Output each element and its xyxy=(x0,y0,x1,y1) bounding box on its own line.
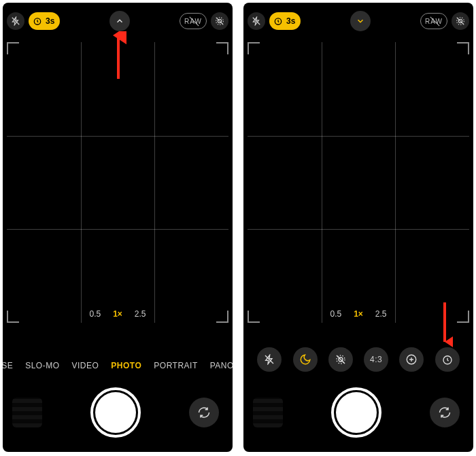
shutter-bar-right xyxy=(243,379,473,452)
timer-label: 3s xyxy=(286,16,295,26)
mode-item[interactable]: PANO xyxy=(210,361,233,370)
zoom-tele-button[interactable]: 2.5 xyxy=(375,309,387,319)
raw-toggle[interactable]: RAW xyxy=(420,13,447,29)
night-mode-button[interactable] xyxy=(293,347,318,372)
zoom-main-button[interactable]: 1× xyxy=(113,309,122,319)
aspect-label: 4:3 xyxy=(370,355,382,364)
frame-corner xyxy=(216,42,228,54)
tool-tray: 4:3 xyxy=(243,347,473,372)
phone-right: 3s RAW xyxy=(243,3,473,452)
shutter-button[interactable] xyxy=(90,387,141,438)
mode-selector[interactable]: SE SLO-MO VIDEO PHOTO PORTRAIT PANO xyxy=(3,361,233,370)
zoom-selector: 0.5 1× 2.5 xyxy=(7,309,228,319)
annotation-arrow-up xyxy=(110,31,126,82)
shutter-inner xyxy=(336,392,377,433)
options-chevron-up-icon[interactable] xyxy=(109,11,130,31)
aspect-ratio-button[interactable]: 4:3 xyxy=(364,347,388,372)
frame-corner xyxy=(248,42,260,54)
mode-item-active[interactable]: PHOTO xyxy=(111,361,141,370)
raw-toggle[interactable]: RAW xyxy=(180,13,207,29)
timer-button[interactable] xyxy=(435,347,460,372)
svg-line-4 xyxy=(216,18,224,25)
top-bar-left: 3s RAW xyxy=(3,3,233,34)
grid-line xyxy=(154,42,155,323)
flash-button[interactable] xyxy=(257,347,282,372)
grid-line xyxy=(7,136,228,137)
live-photo-off-icon[interactable] xyxy=(211,12,228,30)
mode-item[interactable]: SLO-MO xyxy=(25,361,59,370)
mode-item[interactable]: VIDEO xyxy=(72,361,99,370)
svg-line-14 xyxy=(337,355,345,364)
phone-left: 3s RAW xyxy=(3,3,233,452)
shutter-inner xyxy=(95,392,136,433)
flash-off-icon[interactable] xyxy=(248,12,265,30)
zoom-tele-button[interactable]: 2.5 xyxy=(135,309,146,319)
last-photo-thumbnail[interactable] xyxy=(253,398,283,427)
shutter-bar-left xyxy=(3,379,233,452)
frame-corner xyxy=(457,42,469,54)
mode-item[interactable]: PORTRAIT xyxy=(154,361,197,370)
options-chevron-down-icon[interactable] xyxy=(350,11,371,31)
grid-line xyxy=(322,42,322,323)
mode-item[interactable]: SE xyxy=(3,361,13,370)
timer-icon xyxy=(31,15,44,27)
grid-line xyxy=(81,42,82,323)
zoom-wide-button[interactable]: 0.5 xyxy=(330,309,341,319)
viewfinder-left[interactable]: 0.5 1× 2.5 xyxy=(7,42,228,323)
shutter-button[interactable] xyxy=(331,387,381,438)
grid-line xyxy=(248,136,469,137)
screenshots-pair: 3s RAW xyxy=(0,0,476,455)
zoom-main-button[interactable]: 1× xyxy=(354,309,363,319)
frame-corner xyxy=(7,42,19,54)
camera-flip-button[interactable] xyxy=(189,398,219,427)
flash-off-icon[interactable] xyxy=(7,12,24,30)
live-photo-off-icon[interactable] xyxy=(452,12,469,30)
viewfinder-right[interactable]: 0.5 1× 2.5 xyxy=(248,42,469,323)
top-bar-right: 3s RAW xyxy=(243,3,473,34)
camera-flip-button[interactable] xyxy=(430,398,460,427)
grid-line xyxy=(395,42,396,323)
live-photo-button[interactable] xyxy=(328,347,353,372)
timer-pill[interactable]: 3s xyxy=(29,12,60,30)
annotation-arrow-down xyxy=(437,301,453,347)
last-photo-thumbnail[interactable] xyxy=(12,398,42,427)
timer-label: 3s xyxy=(46,16,54,26)
svg-line-10 xyxy=(457,18,464,25)
grid-line xyxy=(248,229,469,230)
timer-icon xyxy=(272,15,284,27)
grid-line xyxy=(7,229,228,230)
zoom-wide-button[interactable]: 0.5 xyxy=(89,309,101,319)
exposure-button[interactable] xyxy=(399,347,424,372)
timer-pill[interactable]: 3s xyxy=(269,12,301,30)
